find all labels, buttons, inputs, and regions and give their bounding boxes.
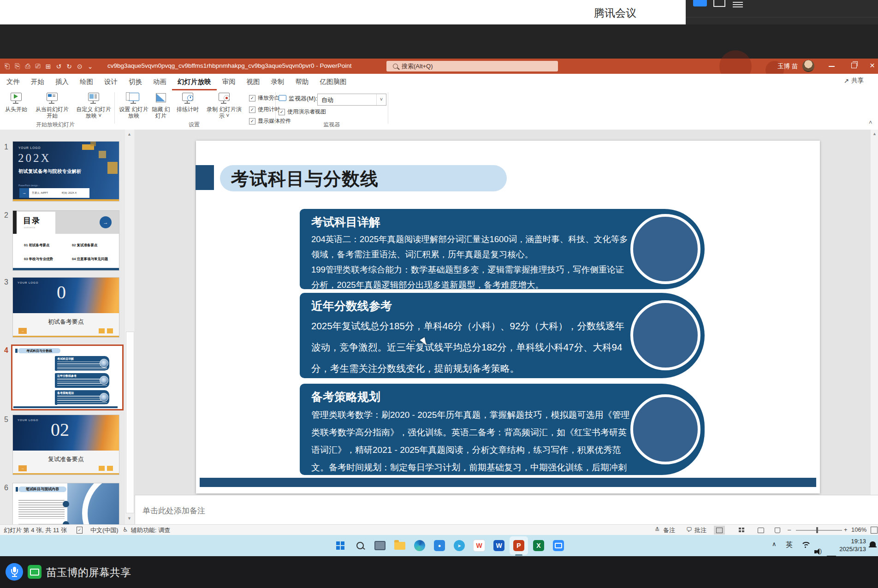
tab-record[interactable]: 录制	[266, 74, 290, 90]
close-icon[interactable]: ×	[870, 60, 875, 71]
window-icon[interactable]	[713, 0, 725, 7]
setup-slideshow-button[interactable]: 设置 幻灯片放映	[118, 92, 149, 119]
wifi-icon[interactable]	[801, 542, 809, 548]
ime-indicator[interactable]: 英	[786, 540, 793, 549]
record-slideshow-button[interactable]: 录制 幻灯片演示 ˅	[203, 92, 245, 119]
meeting-app-icon[interactable]	[551, 538, 566, 553]
tab-slideshow[interactable]: 幻灯片放映	[172, 74, 217, 90]
word-icon[interactable]: W	[492, 538, 506, 553]
monitor-dropdown-value: 自动	[321, 96, 333, 104]
overlay-mic-button[interactable]	[6, 563, 23, 581]
new-file-icon[interactable]: ⎘	[15, 62, 20, 70]
zoom-in-button[interactable]: +	[844, 526, 848, 533]
scroll-down-icon[interactable]: ▼	[127, 516, 131, 521]
minimize-icon[interactable]	[829, 66, 835, 67]
zoom-slider[interactable]	[796, 530, 842, 531]
touch-mode-icon[interactable]: ⊙	[77, 63, 83, 70]
thumbnail-slide-4-selected[interactable]: 考试科目与分数线 考试科目详解 近年分数线参考 备考策略规划	[11, 344, 124, 410]
tab-design[interactable]: 设计	[99, 74, 123, 90]
tab-review[interactable]: 审阅	[217, 74, 241, 90]
slide-number: 6	[4, 484, 8, 492]
collapse-ribbon-icon[interactable]: ˄	[869, 119, 872, 126]
icon-chip	[107, 466, 113, 471]
powerpoint-icon[interactable]: P	[511, 538, 526, 553]
group-separator	[275, 92, 276, 124]
scroll-up-icon[interactable]: ▲	[872, 131, 877, 136]
tab-help[interactable]: 帮助	[290, 74, 314, 90]
speaker-icon[interactable]: )	[814, 548, 823, 555]
comments-toggle[interactable]: 批注	[694, 526, 706, 535]
avatar[interactable]	[802, 60, 814, 72]
thumbnail-slide-1[interactable]: YOUR LOGO 202X 初试复试备考与院校专业解析 PowerPoint …	[13, 142, 119, 201]
thumbnail-slide-2[interactable]: 目录 contents → 01 初试备考要点 02 复试准备要点 03 学校与…	[13, 211, 119, 270]
thumbnail-scrollbar[interactable]: ▲ ▼	[125, 130, 134, 524]
tray-date: 2025/3/13	[834, 545, 866, 553]
edge-browser-icon[interactable]	[412, 538, 427, 553]
notes-toggle-icon[interactable]: ≛	[655, 526, 660, 533]
from-current-slide-button[interactable]: 从当前幻灯片 开始	[31, 92, 73, 119]
checkbox-presenter-view[interactable]: ✓ 使用演示者视图	[279, 108, 326, 116]
fit-slide-button[interactable]	[871, 527, 878, 534]
view-normal-button[interactable]	[714, 526, 725, 535]
custom-slideshow-button[interactable]: 自定义 幻灯片放映 ˅	[75, 92, 113, 119]
screen-share-icon[interactable]	[28, 565, 42, 579]
accessibility-status[interactable]: 辅助功能: 调查	[131, 526, 170, 535]
band-edge	[13, 211, 17, 234]
tab-transitions[interactable]: 切换	[123, 74, 148, 90]
notes-toggle[interactable]: 备注	[663, 526, 675, 535]
taskbar-search-icon[interactable]	[353, 538, 368, 553]
messenger-app-icon[interactable]: ➤	[452, 538, 467, 553]
scrollbar-thumb[interactable]	[126, 332, 134, 513]
slideshow-icon[interactable]: ⊞	[46, 63, 51, 70]
scroll-up-icon[interactable]: ▲	[127, 132, 131, 137]
thumbnail-slide-3[interactable]: YOUR LOGO 0 初试备考要点 →	[13, 278, 119, 337]
zoom-out-button[interactable]: –	[788, 526, 791, 533]
print-icon[interactable]: ⎚	[36, 62, 41, 70]
undo-icon[interactable]: ↺	[56, 63, 62, 70]
open-icon[interactable]: ⎗	[5, 62, 10, 70]
restore-icon[interactable]	[851, 63, 857, 68]
comments-icon[interactable]: 🗩	[686, 526, 692, 533]
notification-bell-icon[interactable]	[870, 541, 876, 546]
from-beginning-button[interactable]: 从头开始	[3, 92, 30, 113]
tab-draw[interactable]: 绘图	[74, 74, 99, 90]
search-input[interactable]: 搜索(Alt+Q)	[386, 61, 558, 71]
zoom-level[interactable]: 106%	[851, 526, 866, 533]
hide-slide-button[interactable]: 隐藏 幻灯片	[150, 92, 172, 119]
view-reading-button[interactable]	[755, 526, 766, 535]
monitor-dropdown[interactable]: 自动 ˅	[317, 94, 386, 106]
thumbnail-slide-6[interactable]: 笔试科目与面试内容	[13, 483, 119, 524]
zoom-slider-thumb[interactable]	[816, 527, 818, 533]
canvas-scrollbar[interactable]: ▲	[871, 130, 878, 495]
tab-file[interactable]: 文件	[1, 74, 25, 90]
save-icon[interactable]: ⎙	[25, 62, 30, 70]
layout-icon[interactable]	[693, 0, 707, 6]
thumbnail-slide-5[interactable]: YOUR LOGO 02 复试准备要点 →	[13, 415, 119, 475]
file-explorer-icon[interactable]	[392, 538, 407, 553]
redo-icon[interactable]: ↻	[66, 63, 72, 70]
tab-home[interactable]: 开始	[25, 74, 50, 90]
start-button[interactable]	[333, 538, 348, 553]
tab-edraw[interactable]: 亿图脑图	[314, 74, 352, 90]
notes-pane[interactable]: 单击此处添加备注	[135, 495, 878, 525]
view-slideshow-button[interactable]	[772, 526, 783, 535]
tab-animations[interactable]: 动画	[148, 74, 172, 90]
share-button[interactable]: ↗ 共享	[844, 77, 864, 85]
dropdown-caret-icon[interactable]: ˅	[376, 94, 386, 105]
account-name[interactable]: 玉博 苗	[777, 62, 798, 71]
qat-more-icon[interactable]: ⌄	[88, 63, 93, 70]
proofing-icon[interactable]: ✓	[77, 527, 83, 534]
slide[interactable]: 考试科目与分数线 考试科目详解 204英语二：2025年真题阅读理解部分词汇量达…	[196, 141, 820, 493]
wps-icon[interactable]: W	[472, 538, 486, 553]
language-status[interactable]: 中文(中国)	[90, 526, 119, 535]
blue-app-icon[interactable]: ●	[432, 538, 447, 553]
tab-view[interactable]: 视图	[241, 74, 266, 90]
tray-chevron-icon[interactable]: ∧	[772, 540, 777, 547]
rehearse-timings-button[interactable]: 排练计时	[173, 92, 202, 113]
menu-icon[interactable]	[733, 0, 743, 6]
tab-insert[interactable]: 插入	[50, 74, 74, 90]
excel-icon[interactable]: X	[531, 538, 546, 553]
view-sorter-button[interactable]	[736, 526, 747, 535]
tray-clock[interactable]: 19:13 2025/3/13	[834, 537, 866, 553]
task-view-icon[interactable]	[373, 538, 387, 553]
